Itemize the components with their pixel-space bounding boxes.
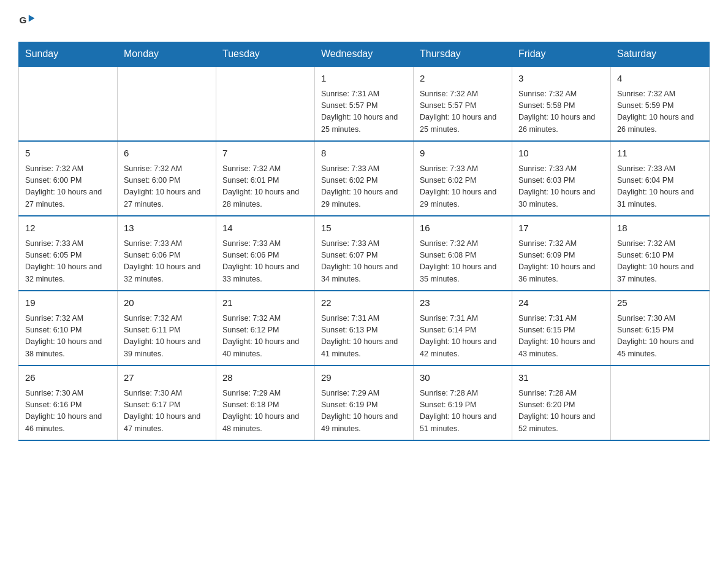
day-number: 14 [222, 221, 308, 236]
calendar-cell: 18Sunrise: 7:32 AM Sunset: 6:10 PM Dayli… [611, 216, 710, 291]
calendar-header-row: SundayMondayTuesdayWednesdayThursdayFrid… [19, 42, 710, 67]
day-number: 22 [321, 296, 407, 310]
day-number: 2 [420, 72, 506, 86]
day-info: Sunrise: 7:32 AM Sunset: 5:59 PM Dayligh… [617, 88, 703, 136]
day-number: 27 [124, 371, 210, 385]
calendar-week-row: 12Sunrise: 7:33 AM Sunset: 6:05 PM Dayli… [19, 216, 710, 291]
calendar-cell: 5Sunrise: 7:32 AM Sunset: 6:00 PM Daylig… [19, 141, 118, 216]
day-info: Sunrise: 7:29 AM Sunset: 6:19 PM Dayligh… [321, 388, 407, 435]
day-info: Sunrise: 7:33 AM Sunset: 6:03 PM Dayligh… [518, 163, 604, 211]
day-number: 28 [222, 371, 308, 385]
calendar-cell: 7Sunrise: 7:32 AM Sunset: 6:01 PM Daylig… [216, 141, 315, 216]
day-of-week-header: Saturday [611, 42, 710, 67]
calendar-cell: 23Sunrise: 7:31 AM Sunset: 6:14 PM Dayli… [414, 291, 512, 366]
day-info: Sunrise: 7:32 AM Sunset: 6:10 PM Dayligh… [617, 238, 703, 286]
day-number: 17 [518, 221, 604, 236]
calendar-cell: 3Sunrise: 7:32 AM Sunset: 5:58 PM Daylig… [512, 66, 611, 141]
day-info: Sunrise: 7:32 AM Sunset: 6:01 PM Dayligh… [222, 163, 308, 211]
calendar-cell [216, 66, 315, 141]
day-info: Sunrise: 7:32 AM Sunset: 5:58 PM Dayligh… [518, 88, 604, 136]
day-number: 25 [617, 296, 703, 310]
day-info: Sunrise: 7:33 AM Sunset: 6:05 PM Dayligh… [25, 238, 111, 286]
day-number: 20 [124, 296, 210, 310]
calendar-cell: 21Sunrise: 7:32 AM Sunset: 6:12 PM Dayli… [216, 291, 315, 366]
day-number: 9 [420, 147, 506, 161]
day-of-week-header: Monday [118, 42, 216, 67]
logo-icon: G [18, 12, 36, 29]
day-of-week-header: Friday [512, 42, 611, 67]
calendar-cell: 20Sunrise: 7:32 AM Sunset: 6:11 PM Dayli… [118, 291, 216, 366]
day-info: Sunrise: 7:33 AM Sunset: 6:06 PM Dayligh… [222, 238, 308, 286]
day-info: Sunrise: 7:29 AM Sunset: 6:18 PM Dayligh… [222, 388, 308, 435]
calendar-cell: 27Sunrise: 7:30 AM Sunset: 6:17 PM Dayli… [118, 366, 216, 440]
day-number: 19 [25, 296, 111, 310]
day-info: Sunrise: 7:28 AM Sunset: 6:19 PM Dayligh… [420, 388, 506, 435]
day-info: Sunrise: 7:30 AM Sunset: 6:16 PM Dayligh… [25, 388, 111, 435]
calendar-cell: 31Sunrise: 7:28 AM Sunset: 6:20 PM Dayli… [512, 366, 611, 440]
day-number: 29 [321, 371, 407, 385]
day-of-week-header: Wednesday [315, 42, 414, 67]
calendar-week-row: 26Sunrise: 7:30 AM Sunset: 6:16 PM Dayli… [19, 366, 710, 440]
day-of-week-header: Thursday [414, 42, 512, 67]
calendar-cell: 24Sunrise: 7:31 AM Sunset: 6:15 PM Dayli… [512, 291, 611, 366]
day-info: Sunrise: 7:30 AM Sunset: 6:15 PM Dayligh… [617, 313, 703, 361]
day-number: 12 [25, 221, 111, 236]
calendar-cell [19, 66, 118, 141]
calendar-cell [118, 66, 216, 141]
calendar-cell [611, 366, 710, 440]
day-info: Sunrise: 7:33 AM Sunset: 6:04 PM Dayligh… [617, 163, 703, 211]
calendar-table: SundayMondayTuesdayWednesdayThursdayFrid… [18, 42, 710, 441]
day-number: 6 [124, 147, 210, 161]
day-number: 24 [518, 296, 604, 310]
day-number: 5 [25, 147, 111, 161]
day-number: 11 [617, 147, 703, 161]
calendar-cell: 14Sunrise: 7:33 AM Sunset: 6:06 PM Dayli… [216, 216, 315, 291]
calendar-cell: 6Sunrise: 7:32 AM Sunset: 6:00 PM Daylig… [118, 141, 216, 216]
day-info: Sunrise: 7:31 AM Sunset: 6:14 PM Dayligh… [420, 313, 506, 361]
day-info: Sunrise: 7:32 AM Sunset: 6:09 PM Dayligh… [518, 238, 604, 286]
day-number: 13 [124, 221, 210, 236]
day-info: Sunrise: 7:32 AM Sunset: 6:11 PM Dayligh… [124, 313, 210, 361]
day-info: Sunrise: 7:31 AM Sunset: 6:13 PM Dayligh… [321, 313, 407, 361]
day-info: Sunrise: 7:32 AM Sunset: 6:08 PM Dayligh… [420, 238, 506, 286]
calendar-cell: 9Sunrise: 7:33 AM Sunset: 6:02 PM Daylig… [414, 141, 512, 216]
day-number: 7 [222, 147, 308, 161]
calendar-cell: 1Sunrise: 7:31 AM Sunset: 5:57 PM Daylig… [315, 66, 414, 141]
day-number: 16 [420, 221, 506, 236]
day-info: Sunrise: 7:33 AM Sunset: 6:07 PM Dayligh… [321, 238, 407, 286]
calendar-cell: 19Sunrise: 7:32 AM Sunset: 6:10 PM Dayli… [19, 291, 118, 366]
calendar-cell: 4Sunrise: 7:32 AM Sunset: 5:59 PM Daylig… [611, 66, 710, 141]
calendar-week-row: 19Sunrise: 7:32 AM Sunset: 6:10 PM Dayli… [19, 291, 710, 366]
calendar-cell: 17Sunrise: 7:32 AM Sunset: 6:09 PM Dayli… [512, 216, 611, 291]
day-info: Sunrise: 7:32 AM Sunset: 6:00 PM Dayligh… [25, 163, 111, 211]
day-number: 26 [25, 371, 111, 385]
calendar-cell: 10Sunrise: 7:33 AM Sunset: 6:03 PM Dayli… [512, 141, 611, 216]
calendar-cell: 16Sunrise: 7:32 AM Sunset: 6:08 PM Dayli… [414, 216, 512, 291]
day-number: 23 [420, 296, 506, 310]
calendar-week-row: 5Sunrise: 7:32 AM Sunset: 6:00 PM Daylig… [19, 141, 710, 216]
day-number: 3 [518, 72, 604, 86]
calendar-week-row: 1Sunrise: 7:31 AM Sunset: 5:57 PM Daylig… [19, 66, 710, 141]
day-info: Sunrise: 7:31 AM Sunset: 5:57 PM Dayligh… [321, 88, 407, 136]
page-header: G [18, 12, 710, 29]
calendar-cell: 15Sunrise: 7:33 AM Sunset: 6:07 PM Dayli… [315, 216, 414, 291]
svg-text:G: G [19, 15, 26, 25]
calendar-cell: 28Sunrise: 7:29 AM Sunset: 6:18 PM Dayli… [216, 366, 315, 440]
day-info: Sunrise: 7:31 AM Sunset: 6:15 PM Dayligh… [518, 313, 604, 361]
day-number: 30 [420, 371, 506, 385]
day-info: Sunrise: 7:32 AM Sunset: 5:57 PM Dayligh… [420, 88, 506, 136]
calendar-cell: 30Sunrise: 7:28 AM Sunset: 6:19 PM Dayli… [414, 366, 512, 440]
calendar-cell: 13Sunrise: 7:33 AM Sunset: 6:06 PM Dayli… [118, 216, 216, 291]
day-number: 8 [321, 147, 407, 161]
day-number: 18 [617, 221, 703, 236]
calendar-cell: 2Sunrise: 7:32 AM Sunset: 5:57 PM Daylig… [414, 66, 512, 141]
svg-marker-1 [29, 15, 35, 21]
logo: G [18, 12, 38, 29]
calendar-cell: 12Sunrise: 7:33 AM Sunset: 6:05 PM Dayli… [19, 216, 118, 291]
day-number: 1 [321, 72, 407, 86]
day-info: Sunrise: 7:33 AM Sunset: 6:02 PM Dayligh… [420, 163, 506, 211]
calendar-cell: 29Sunrise: 7:29 AM Sunset: 6:19 PM Dayli… [315, 366, 414, 440]
day-of-week-header: Sunday [19, 42, 118, 67]
day-info: Sunrise: 7:28 AM Sunset: 6:20 PM Dayligh… [518, 388, 604, 435]
calendar-cell: 11Sunrise: 7:33 AM Sunset: 6:04 PM Dayli… [611, 141, 710, 216]
